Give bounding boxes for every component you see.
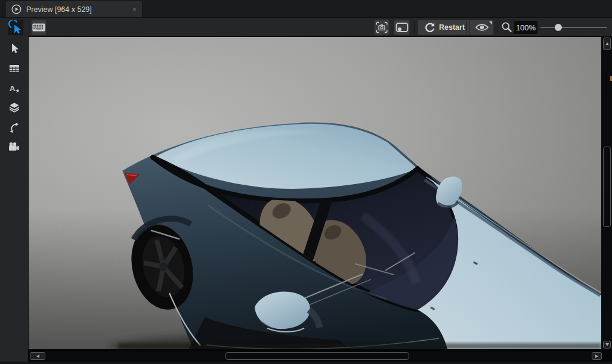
viewport-3d[interactable] [29, 37, 601, 349]
tool-sidebar: A [0, 36, 28, 362]
toolbar: Restart 100% [0, 17, 612, 36]
scroll-left-button[interactable] [30, 352, 45, 360]
restart-button[interactable]: Restart [418, 20, 471, 35]
tab-title: Preview [964 x 529] [26, 5, 92, 14]
viewport-area [28, 36, 612, 362]
preview-window: Preview [964 x 529] × [0, 0, 612, 364]
sidebar-item-select[interactable] [5, 42, 23, 55]
visibility-button[interactable] [469, 20, 494, 35]
data-table-icon [9, 63, 20, 74]
scroll-right-button[interactable] [592, 352, 602, 360]
select-pointer-icon [9, 43, 20, 54]
restart-label: Restart [439, 23, 465, 32]
transitions-icon [9, 122, 20, 133]
display-icon [395, 20, 409, 35]
zoom-slider[interactable] [540, 27, 607, 28]
camera-icon [8, 142, 20, 152]
text-variables-icon: A [9, 83, 20, 94]
sidebar-item-layers[interactable] [5, 101, 23, 114]
dropdown-corner-icon [489, 21, 492, 24]
capture-camera-icon [375, 20, 389, 35]
vertical-scroll-thumb[interactable] [603, 147, 611, 227]
tab-preview[interactable]: Preview [964 x 529] × [6, 1, 142, 17]
eye-icon [475, 21, 489, 33]
zoom-level-field[interactable]: 100% [514, 20, 538, 35]
arrow-up-icon [605, 42, 609, 45]
horizontal-scrollbar [29, 351, 602, 360]
restart-icon [424, 22, 435, 33]
sidebar-item-text[interactable]: A [5, 81, 23, 95]
touch-pointer-icon [8, 20, 23, 35]
tab-bar: Preview [964 x 529] × [0, 0, 612, 17]
sidebar-item-transitions[interactable] [5, 120, 23, 134]
zoom-magnifier-icon [501, 21, 512, 33]
keyboard-button[interactable] [31, 20, 47, 35]
frame-capture-button[interactable] [374, 20, 390, 35]
layers-icon [9, 102, 20, 113]
toolbar-separator [466, 21, 466, 33]
keyboard-icon [32, 20, 46, 35]
toolbar-separator [414, 21, 415, 33]
scroll-down-button[interactable] [603, 341, 611, 349]
display-toggle-button[interactable] [394, 20, 410, 35]
vertical-scrollbar [602, 37, 612, 349]
toolbar-separator [497, 21, 497, 33]
play-icon [11, 4, 21, 14]
zoom-slider-thumb[interactable] [555, 24, 562, 31]
car-preview-render [29, 37, 601, 349]
interaction-mode-button[interactable] [8, 20, 23, 35]
scroll-up-button[interactable] [603, 38, 611, 50]
sidebar-item-table[interactable] [5, 61, 23, 75]
svg-text:A: A [10, 83, 16, 92]
horizontal-scroll-thumb[interactable] [225, 352, 409, 360]
arrow-left-icon [36, 354, 39, 358]
arrow-right-icon [595, 354, 598, 358]
tab-close-button[interactable]: × [132, 5, 137, 13]
arrow-down-icon [605, 343, 609, 346]
sidebar-item-camera[interactable] [5, 140, 23, 154]
